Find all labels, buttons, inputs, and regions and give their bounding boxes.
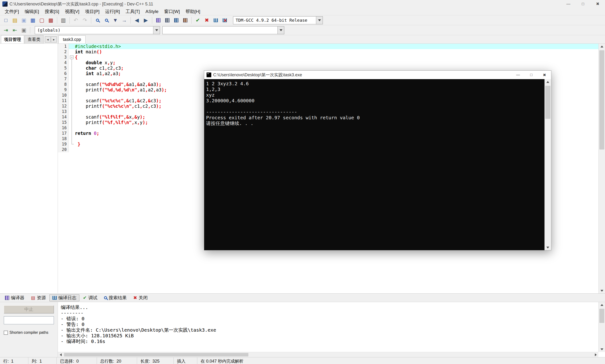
delete-profiling-data-button[interactable] [221, 16, 229, 24]
code-line-4[interactable]: 4 double x,y; [58, 60, 598, 65]
scroll-up-icon[interactable] [544, 79, 551, 85]
status-insert-mode: 插入 [174, 357, 197, 364]
profile-analysis-button[interactable] [211, 16, 220, 24]
class-browser-mode-button[interactable]: ▣ [20, 26, 28, 34]
print-button[interactable]: ▥ [59, 16, 67, 24]
replace-button[interactable] [102, 16, 111, 24]
menu-view[interactable]: 视图[V] [62, 8, 82, 15]
bottom-tab-resources[interactable]: ▤资源 [28, 294, 49, 301]
console-line: -------------------------------- [206, 109, 543, 115]
new-source-button[interactable]: □ [2, 16, 10, 24]
scroll-up-icon[interactable] [599, 302, 605, 308]
log-line: - 编译时间: 0.16s [61, 338, 595, 344]
shorten-paths-checkbox[interactable] [4, 331, 8, 335]
console-window: C:\Users\lenovo\Desktop\第一次实践\task3.exe … [204, 70, 551, 250]
scrollbar-thumb[interactable] [599, 50, 604, 150]
menu-tools[interactable]: 工具[T] [123, 8, 143, 15]
menu-file[interactable]: 文件[F] [2, 8, 22, 15]
tab-scroll-right-icon[interactable]: ▸ [51, 36, 57, 42]
scroll-down-icon[interactable] [599, 346, 605, 352]
console-output[interactable]: 1 2 3xyz3.2 4.61,2,3xyz3.200000,4.600000… [204, 79, 544, 250]
project-tree[interactable] [0, 44, 58, 293]
find-icon [96, 19, 99, 22]
abort-compilation-button[interactable]: ✖ [203, 16, 211, 24]
console-minimize-icon[interactable]: — [512, 71, 525, 79]
line-number: 17 [58, 131, 69, 136]
bottom-tab-compile-log[interactable]: 编译日志 [49, 294, 79, 301]
fold-margin[interactable] [69, 54, 75, 60]
close-file-button[interactable]: ▢ [38, 16, 46, 24]
editor-tabbar: task3.cpp [58, 35, 605, 44]
save-all-button[interactable]: ▦ [29, 16, 37, 24]
sidebar-tab-project-manager[interactable]: 项目管理 [1, 35, 24, 43]
code-line-5[interactable]: 5 char c1,c2,c3; [58, 65, 598, 71]
bottom-tab-search-results[interactable]: 搜索结果 [101, 294, 130, 301]
syntax-check-button[interactable]: ✔ [194, 16, 202, 24]
globals-select[interactable]: (globals) [35, 26, 160, 34]
run-button[interactable] [163, 16, 171, 24]
find-button[interactable] [93, 16, 102, 24]
toolbar-separator [91, 17, 91, 24]
bottom-tab-label: 关闭 [139, 295, 148, 301]
bottom-tab-debug[interactable]: ✔调试 [80, 294, 100, 301]
close-icon: ✖ [133, 296, 137, 300]
close-icon[interactable]: ✖ [590, 0, 605, 8]
console-vscrollbar[interactable] [544, 79, 551, 250]
bottom-tab-close[interactable]: ✖关闭 [130, 294, 151, 301]
menu-astyle[interactable]: AStyle [143, 8, 161, 15]
forward-button[interactable]: ▶ [142, 16, 150, 24]
log-vscrollbar[interactable] [598, 302, 605, 352]
goto-line-button[interactable]: → [120, 16, 129, 24]
console-close-icon[interactable]: ✖ [538, 71, 551, 79]
members-select[interactable] [162, 26, 284, 34]
scroll-down-icon[interactable] [599, 288, 605, 293]
scroll-right-icon[interactable] [593, 352, 598, 357]
fold-margin [69, 120, 75, 125]
goto-declaration-button[interactable]: ⇥ [2, 26, 10, 34]
menu-help[interactable]: 帮助[H] [183, 8, 203, 15]
scroll-up-icon[interactable] [599, 44, 605, 49]
log-area[interactable]: 编译结果...--------- 错误: 0- 警告: 0- 输出文件名: C:… [58, 302, 598, 352]
menu-project[interactable]: 项目[P] [82, 8, 102, 15]
menu-edit[interactable]: 编辑[E] [22, 8, 42, 15]
close-all-button[interactable]: ▩ [47, 16, 55, 24]
scroll-down-icon[interactable] [544, 245, 551, 250]
log-line: - 警告: 0 [61, 322, 595, 327]
fold-margin [69, 49, 75, 54]
goto-definition-button[interactable]: ⇤ [11, 26, 19, 34]
rebuild-all-button[interactable] [181, 16, 190, 24]
scrollbar-thumb[interactable] [545, 86, 550, 119]
open-file-button[interactable]: ▤ [11, 16, 19, 24]
menu-window[interactable]: 窗口[W] [161, 8, 183, 15]
editor-vscrollbar[interactable] [598, 44, 605, 293]
scrollbar-thumb[interactable] [64, 353, 248, 356]
chevron-down-icon[interactable] [316, 16, 323, 24]
minimize-icon[interactable]: — [561, 0, 576, 8]
log-hscrollbar[interactable] [58, 352, 598, 357]
chevron-down-icon[interactable] [153, 26, 160, 34]
line-number: 4 [58, 60, 69, 65]
menu-search[interactable]: 搜索[S] [42, 8, 62, 15]
console-title: C:\Users\lenovo\Desktop\第一次实践\task3.exe [213, 72, 512, 78]
compile-button[interactable] [154, 16, 163, 24]
console-line: 1,2,3 [206, 86, 543, 92]
bottom-tab-compiler[interactable]: 编译器 [2, 294, 27, 301]
back-button[interactable]: ◀ [132, 16, 141, 24]
goto-declaration-icon: ⇥ [4, 28, 8, 33]
menu-run[interactable]: 运行[R] [102, 8, 123, 15]
tab-task3-cpp[interactable]: task3.cpp [58, 35, 86, 43]
sidebar-tab-class-browser[interactable]: 查看类 [25, 35, 43, 43]
console-maximize-icon[interactable]: □ [525, 71, 538, 79]
maximize-icon[interactable]: □ [576, 0, 590, 8]
chevron-down-icon[interactable] [277, 26, 284, 34]
code-line-2[interactable]: 2int main() [58, 49, 598, 54]
find-next-button[interactable]: ▼ [111, 16, 119, 24]
compile-and-run-button[interactable] [172, 16, 181, 24]
fold-margin [69, 93, 75, 98]
scrollbar-thumb[interactable] [599, 309, 604, 323]
code-line-1[interactable]: 1#include<stdio.h> [58, 44, 598, 49]
code-line-3[interactable]: 3{ [58, 54, 598, 60]
compiler-select[interactable]: TDM-GCC 4.9.2 64-bit Release [233, 16, 323, 24]
scroll-left-icon[interactable] [58, 352, 64, 357]
tab-scroll-left-icon[interactable]: ◂ [45, 36, 51, 42]
